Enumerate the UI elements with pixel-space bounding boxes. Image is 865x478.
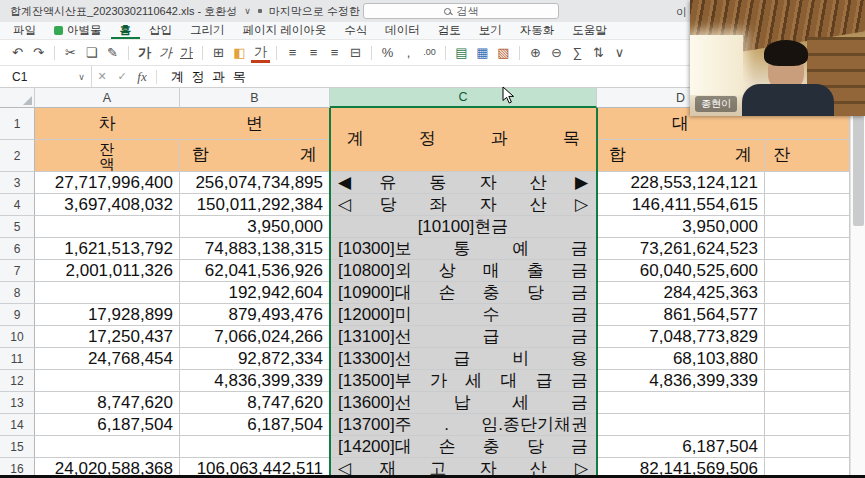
ribbon-tab-file[interactable]: 파일 (4, 22, 45, 39)
cell-styles-icon[interactable]: ▧ (494, 43, 513, 63)
row-header[interactable]: 6 (0, 238, 35, 260)
cell-credit-total[interactable]: 73,261,624,523 (597, 238, 765, 260)
ribbon-tab-formulas[interactable]: 수식 (335, 22, 376, 39)
ribbon-tab-page-layout[interactable]: 페이지 레이아웃 (234, 22, 336, 39)
ribbon-tab-data[interactable]: 데이터 (376, 22, 429, 39)
cell-debit-total[interactable]: 150,011,292,384 (180, 194, 330, 216)
autosum-icon[interactable]: ∑ (568, 43, 587, 63)
cell-e2[interactable]: 잔 (765, 140, 850, 172)
cell-credit-balance[interactable] (765, 348, 850, 370)
cell-debit-total[interactable]: 74,883,138,315 (180, 238, 330, 260)
comma-style-icon[interactable]: , (399, 43, 418, 63)
cell-account-name[interactable]: [10100]현금 (330, 216, 597, 238)
cell-debit-balance[interactable]: 17,928,899 (35, 304, 180, 326)
row-header[interactable]: 15 (0, 436, 35, 458)
cell-credit-total[interactable]: 146,411,554,615 (597, 194, 765, 216)
cell-credit-total[interactable]: 861,564,577 (597, 304, 765, 326)
ribbon-tab-automate[interactable]: 자동화 (511, 22, 564, 39)
cell-debit-balance[interactable]: 8,747,620 (35, 392, 180, 414)
cell-debit-balance[interactable]: 27,717,996,400 (35, 172, 180, 194)
conditional-formatting-icon[interactable]: ▤ (452, 43, 471, 63)
font-color-icon[interactable]: 가 (251, 43, 270, 63)
copy-icon[interactable]: ❏ (82, 43, 101, 63)
row-header[interactable]: 7 (0, 260, 35, 282)
column-header-c-selected[interactable]: C (330, 88, 597, 108)
cell-credit-balance[interactable] (765, 238, 850, 260)
format-painter-icon[interactable]: ✎ (103, 43, 122, 63)
cell-credit-total[interactable]: 284,425,363 (597, 282, 765, 304)
cell-debit-total[interactable]: 92,872,334 (180, 348, 330, 370)
cell-b2[interactable]: 합 계 (180, 140, 330, 172)
cell-account-name[interactable]: [12000]미 수 금 (330, 304, 597, 326)
formula-content[interactable]: 계 정 과 목 (171, 68, 248, 86)
cell-credit-total[interactable]: 7,048,773,829 (597, 326, 765, 348)
name-box-dropdown-icon[interactable]: ∨ (72, 66, 92, 87)
cell-debit-total[interactable]: 256,074,734,895 (180, 172, 330, 194)
cell-account-name[interactable]: [14200]대 손 충 당 금 (330, 436, 597, 458)
cell-a2[interactable]: 잔 액 (35, 140, 180, 172)
cell-account-name[interactable]: [13300]선 급 비 용 (330, 348, 597, 370)
row-header[interactable]: 3 (0, 172, 35, 194)
ribbon-tab-help[interactable]: 도움말 (563, 22, 616, 39)
cell-credit-balance[interactable] (765, 194, 850, 216)
cancel-icon[interactable]: ✕ (92, 70, 112, 83)
cell-debit-total[interactable]: 7,066,024,266 (180, 326, 330, 348)
cell-debit-total[interactable]: 3,950,000 (180, 216, 330, 238)
select-all-button[interactable] (0, 88, 35, 108)
cell-account-name[interactable]: ◁당 좌 자 산▷ (330, 194, 597, 216)
row-header[interactable]: 9 (0, 304, 35, 326)
cell-account-name[interactable]: [10900]대 손 충 당 금 (330, 282, 597, 304)
cell-credit-balance[interactable] (765, 326, 850, 348)
cell-credit-total[interactable] (597, 414, 765, 436)
enter-icon[interactable]: ✓ (112, 70, 132, 83)
align-right-icon[interactable]: ≡ (325, 43, 344, 63)
scrollbar-thumb[interactable] (853, 108, 864, 226)
vertical-scrollbar[interactable] (850, 88, 865, 478)
cell-credit-balance[interactable] (765, 260, 850, 282)
ribbon-tab-view[interactable]: 보기 (470, 22, 511, 39)
cell-b1[interactable]: 변 (180, 108, 330, 140)
cell-credit-balance[interactable] (765, 370, 850, 392)
ribbon-options-icon[interactable]: ∨ (610, 43, 629, 63)
underline-icon[interactable]: 가 (177, 43, 196, 63)
cell-credit-total[interactable]: 4,836,399,339 (597, 370, 765, 392)
cell-debit-total[interactable]: 62,041,536,926 (180, 260, 330, 282)
italic-icon[interactable]: 가 (156, 43, 175, 63)
cell-debit-balance[interactable] (35, 282, 180, 304)
merged-cell-account-title[interactable]: 계 정 과 목 (331, 108, 596, 171)
column-header-a[interactable]: A (35, 88, 180, 108)
decimal-icon[interactable]: .00 (420, 43, 439, 63)
cell-debit-balance[interactable]: 17,250,437 (35, 326, 180, 348)
align-center-icon[interactable]: ≡ (304, 43, 323, 63)
insert-cells-icon[interactable]: ⊕ (526, 43, 545, 63)
align-left-icon[interactable]: ≡ (283, 43, 302, 63)
row-header[interactable]: 4 (0, 194, 35, 216)
row-header[interactable]: 10 (0, 326, 35, 348)
cell-account-name[interactable]: [10800]외 상 매 출 금 (330, 260, 597, 282)
cell-debit-balance[interactable]: 3,697,408,032 (35, 194, 180, 216)
cell-account-name[interactable]: ◀유 동 자 산▶ (330, 172, 597, 194)
cell-a1[interactable]: 차 (35, 108, 180, 140)
cell-debit-balance[interactable] (35, 370, 180, 392)
undo-icon[interactable]: ↶ (8, 43, 27, 63)
cell-debit-total[interactable]: 192,942,604 (180, 282, 330, 304)
cell-credit-total[interactable]: 228,553,124,121 (597, 172, 765, 194)
cell-credit-total[interactable]: 60,040,525,600 (597, 260, 765, 282)
cell-debit-balance[interactable]: 6,187,504 (35, 414, 180, 436)
search-box[interactable]: 검색 (363, 3, 559, 19)
cell-account-name[interactable]: [13500]부 가 세 대 급 금 (330, 370, 597, 392)
delete-cells-icon[interactable]: ⊖ (547, 43, 566, 63)
ribbon-tab-review[interactable]: 검토 (429, 22, 470, 39)
name-box[interactable]: C1 (0, 66, 72, 87)
cell-credit-balance[interactable] (765, 172, 850, 194)
ribbon-tab-home[interactable]: 홈 (111, 22, 141, 39)
row-header[interactable]: 13 (0, 392, 35, 414)
ribbon-tab-draw[interactable]: 그리기 (181, 22, 234, 39)
cell-account-name[interactable]: [13600]선 납 세 금 (330, 392, 597, 414)
cell-account-name[interactable]: [13700]주 . 임.종단기채권 (330, 414, 597, 436)
cut-icon[interactable]: ✂ (61, 43, 80, 63)
cell-debit-balance[interactable] (35, 436, 180, 458)
ribbon-tab-addin[interactable]: 아별물 (45, 22, 111, 39)
cell-credit-total[interactable]: 68,103,880 (597, 348, 765, 370)
cell-debit-total[interactable] (180, 436, 330, 458)
